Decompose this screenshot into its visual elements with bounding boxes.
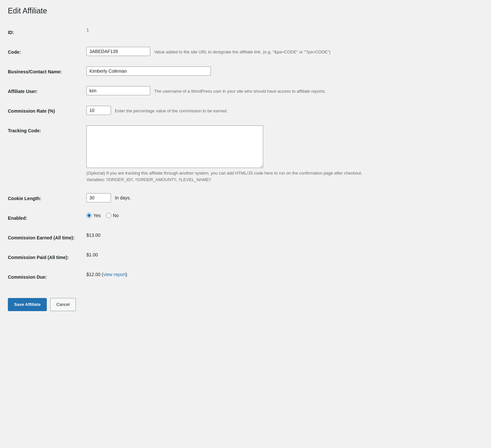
commission-earned-row: Commission Earned (All time): $13.00 [8,227,483,247]
cookie-length-row: Cookie Length: In days. [8,188,483,208]
code-row: Code: Value added to the site URL to des… [8,42,483,61]
cookie-length-label: Cookie Length: [8,188,83,208]
enabled-no-label[interactable]: No [106,213,119,218]
commission-paid-label: Commission Paid (All time): [8,247,83,267]
commission-due-row: Commission Due: $12.00 (view report) [8,267,483,286]
code-description: Value added to the site URL to designate… [154,49,331,55]
enabled-label: Enabled: [8,208,83,227]
commission-paid-row: Commission Paid (All time): $1.00 [8,247,483,267]
code-input[interactable] [86,47,150,56]
commission-rate-label: Commission Rate (%) [8,101,83,120]
id-value: 1 [86,26,89,32]
tracking-code-input[interactable] [86,125,263,168]
id-row: ID: 1 [8,22,483,42]
page-title: Edit Affiliate [8,7,483,15]
id-label: ID: [8,22,83,42]
commission-due-value: $12.00 (view report) [86,270,127,277]
enabled-row: Enabled: Yes No [8,208,483,227]
view-report-link[interactable]: view report [103,272,125,277]
cookie-length-input[interactable] [86,193,111,202]
name-input[interactable] [86,66,211,76]
enabled-radio-group: Yes No [86,213,480,218]
commission-paid-value: $1.00 [86,251,98,257]
enabled-no-text: No [113,213,119,218]
enabled-yes-label[interactable]: Yes [86,213,101,218]
code-label: Code: [8,42,83,61]
user-row: Affiliate User: The username of a WordPr… [8,81,483,101]
commission-earned-label: Commission Earned (All time): [8,227,83,247]
button-row: Save Affiliate Cancel [8,293,483,316]
save-affiliate-button[interactable]: Save Affiliate [8,298,47,311]
enabled-no-radio[interactable] [106,213,111,218]
user-description: The username of a WordPress user in your… [154,88,326,95]
enabled-yes-text: Yes [93,213,101,218]
commission-rate-row: Commission Rate (%) Enter the percentage… [8,101,483,120]
commission-rate-description: Enter the percentage value of the commis… [115,108,228,114]
edit-affiliate-form: ID: 1 Code: Value added to the site URL … [8,22,483,286]
cancel-button[interactable]: Cancel [50,298,76,311]
cookie-unit-label: In days. [115,195,131,200]
name-row: Business/Contact Name: [8,61,483,81]
user-input[interactable] [86,86,150,95]
commission-earned-value: $13.00 [86,231,100,238]
user-label: Affiliate User: [8,81,83,101]
commission-due-label: Commission Due: [8,267,83,286]
enabled-yes-radio[interactable] [86,213,92,218]
tracking-code-row: Tracking Code: (Optional) If you are tra… [8,120,483,188]
name-label: Business/Contact Name: [8,61,83,81]
commission-rate-input[interactable] [86,106,111,115]
tracking-code-description: (Optional) If you are tracking this affi… [86,170,368,183]
tracking-code-label: Tracking Code: [8,120,83,188]
